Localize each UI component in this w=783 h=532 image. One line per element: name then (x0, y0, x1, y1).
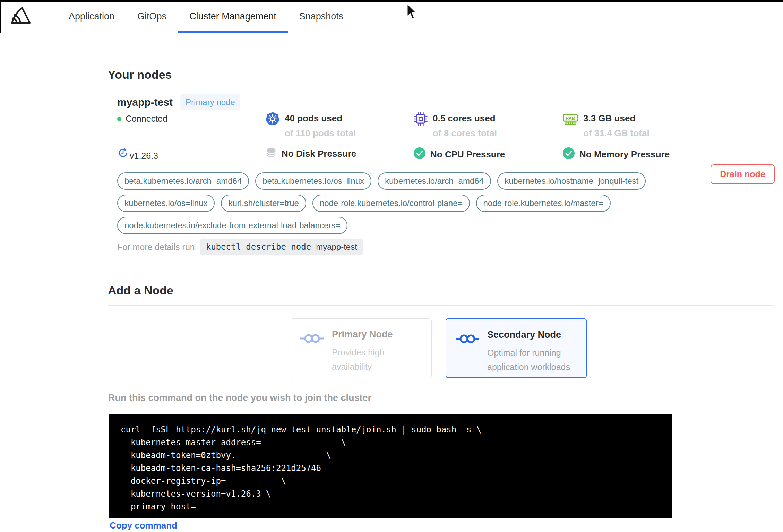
replicated-logo-icon (9, 6, 32, 27)
app-logo[interactable] (9, 6, 32, 27)
tab-gitops[interactable]: GitOps (137, 0, 166, 33)
window-top-edge (0, 0, 783, 2)
pods-stat: 40 pods used of 110 pods total (265, 112, 356, 139)
join-command-block: curl -fsSL https://kurl.sh/jq-new-test-u… (109, 414, 672, 518)
add-node-heading: Add a Node (108, 284, 173, 297)
cpu-pressure-label: No CPU Pressure (430, 149, 505, 160)
tab-application[interactable]: Application (69, 0, 114, 33)
linked-nodes-icon (299, 329, 326, 378)
primary-node-option-title: Primary Node (332, 329, 424, 340)
memory-total-label: of 31.4 GB total (583, 128, 649, 139)
node-label-pill: kurl.sh/cluster=true (221, 195, 306, 212)
pods-total-label: of 110 pods total (285, 128, 356, 139)
connected-dot-icon (117, 117, 121, 121)
kubectl-command-text: kubectl describe node (206, 242, 311, 252)
drain-node-button[interactable]: Drain node (711, 164, 775, 184)
secondary-node-option-card[interactable]: Secondary Node Optimal for running appli… (446, 318, 587, 378)
ram-stick-icon: RAM (562, 112, 578, 128)
secondary-node-option-description: Optimal for running application workload… (487, 346, 579, 374)
join-command-text: curl -fsSL https://kurl.sh/jq-new-test-u… (121, 423, 667, 513)
section-divider (108, 88, 774, 88)
section-divider (108, 305, 774, 306)
node-status-cell: Connected (117, 112, 167, 124)
check-circle-icon (413, 147, 426, 162)
cpu-stat: 0.5 cores used of 8 cores total (413, 112, 497, 139)
memory-stat: RAM 3.3 GB used of 31.4 GB total (562, 112, 649, 139)
primary-node-badge: Primary node (180, 94, 240, 110)
node-label-pill: kubernetes.io/os=linux (117, 195, 215, 212)
cluster-management-page: Application GitOps Cluster Management Sn… (0, 0, 783, 532)
pods-used-label: 40 pods used (285, 112, 356, 124)
primary-node-option-description: Provides high availability (332, 345, 424, 374)
node-label-pill: node-role.kubernetes.io/master= (476, 195, 611, 212)
cpu-pressure-condition: No CPU Pressure (413, 147, 505, 162)
primary-node-option-card[interactable]: Primary Node Provides high availability (291, 318, 432, 378)
node-label-pill: beta.kubernetes.io/arch=amd64 (117, 172, 249, 190)
details-prefix-label: For more details run (117, 242, 195, 252)
node-details-line: For more details run kubectl describe no… (117, 239, 363, 255)
node-name: myapp-test (117, 96, 173, 108)
node-labels: beta.kubernetes.io/arch=amd64 beta.kuber… (117, 172, 646, 234)
tab-cluster-management[interactable]: Cluster Management (189, 0, 276, 33)
window-left-edge (0, 0, 1, 33)
cpu-total-label: of 8 cores total (433, 128, 497, 139)
memory-used-label: 3.3 GB used (583, 112, 649, 124)
cpu-chip-icon (413, 112, 428, 128)
svg-text:RAM: RAM (566, 116, 575, 121)
node-status-label: Connected (126, 114, 167, 124)
copy-command-link[interactable]: Copy command (110, 520, 177, 531)
node-label-pill: beta.kubernetes.io/os=linux (255, 172, 371, 190)
join-command-instruction: Run this command on the node you wish to… (108, 393, 371, 403)
memory-pressure-label: No Memory Pressure (579, 149, 670, 160)
nav-tabs: Application GitOps Cluster Management Sn… (69, 0, 343, 33)
disk-pressure-condition: No Disk Pressure (265, 147, 356, 161)
linked-nodes-icon (455, 329, 482, 377)
disk-pressure-label: No Disk Pressure (282, 148, 356, 159)
node-label-pill: kubernetes.io/hostname=jonquil-test (497, 172, 646, 190)
your-nodes-heading: Your nodes (108, 68, 172, 81)
node-label-pill: node.kubernetes.io/exclude-from-external… (117, 217, 347, 234)
update-clock-icon (117, 147, 129, 161)
cpu-used-label: 0.5 cores used (433, 112, 497, 124)
database-icon (265, 147, 277, 161)
node-header: myapp-test Primary node (117, 94, 240, 110)
top-navbar: Application GitOps Cluster Management Sn… (0, 0, 783, 33)
node-version-label: v1.26.3 (130, 151, 158, 161)
kubernetes-helm-wheel-icon (265, 112, 280, 128)
node-version-cell: v1.26.3 (117, 147, 158, 161)
node-label-pill: kubernetes.io/arch=amd64 (378, 172, 491, 190)
memory-pressure-condition: No Memory Pressure (562, 147, 670, 162)
kubectl-describe-chip: kubectl describe node myapp-test (200, 239, 363, 255)
node-label-pill: node-role.kubernetes.io/control-plane= (312, 195, 470, 212)
secondary-node-option-title: Secondary Node (487, 329, 579, 340)
kubectl-node-name: myapp-test (316, 242, 357, 252)
check-circle-icon (562, 147, 575, 162)
tab-snapshots[interactable]: Snapshots (299, 0, 344, 33)
